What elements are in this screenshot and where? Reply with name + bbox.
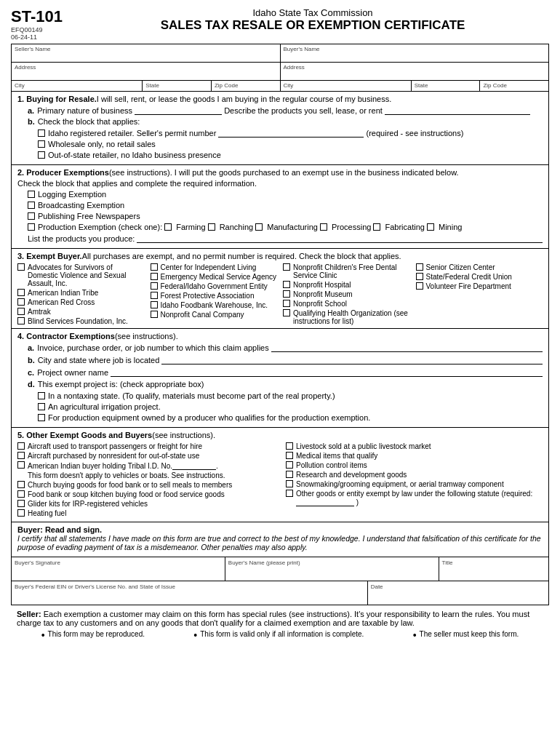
s4c-input[interactable] bbox=[111, 367, 543, 377]
s2-opt1-checkbox[interactable] bbox=[28, 191, 35, 198]
s5-r6-cb[interactable] bbox=[286, 490, 293, 497]
s3-c1-i3-cb[interactable] bbox=[17, 298, 25, 306]
sig-row1: Buyer's Signature Buyer's Name (please p… bbox=[12, 557, 548, 581]
s2-opt4-checkbox[interactable] bbox=[28, 223, 35, 231]
s5-r1-cb[interactable] bbox=[286, 442, 293, 450]
s5-r4: Research and development goods bbox=[286, 471, 543, 479]
s4d-opt3-cb[interactable] bbox=[38, 414, 45, 421]
s4d-opt1-cb[interactable] bbox=[38, 392, 45, 399]
s5-l6-cb[interactable] bbox=[17, 490, 25, 498]
s4a-input[interactable] bbox=[271, 343, 543, 352]
s3-c3-i2-cb[interactable] bbox=[283, 281, 290, 288]
s3-c4-i1-cb[interactable] bbox=[416, 263, 423, 271]
s1b-opt1-text: Idaho registered retailer. Seller's perm… bbox=[48, 129, 216, 138]
s5-r4-cb[interactable] bbox=[286, 471, 293, 478]
s1b-permit-input[interactable] bbox=[218, 128, 364, 138]
s4-title: Contractor Exemptions bbox=[26, 332, 115, 340]
s4d-opt1: In a nontaxing state. (To qualify, mater… bbox=[38, 391, 543, 400]
title-label: Title bbox=[442, 559, 545, 566]
s3-c4-i2-cb[interactable] bbox=[416, 273, 423, 280]
s2-opt2-checkbox[interactable] bbox=[28, 202, 35, 209]
prod-ranching-label: Ranching bbox=[220, 223, 253, 231]
s5-l2-cb[interactable] bbox=[17, 452, 25, 459]
s3-c2-i4-cb[interactable] bbox=[151, 292, 158, 299]
s3-col1: Advocates for Survivors of Domestic Viol… bbox=[17, 263, 145, 325]
id-label: Buyer's Federal EIN or Driver's License … bbox=[15, 583, 364, 590]
s3-c3-i1-cb[interactable] bbox=[283, 263, 290, 271]
s2-list-input[interactable] bbox=[137, 234, 543, 243]
s2-opt2-text: Broadcasting Exemption bbox=[38, 201, 124, 210]
prod-ranching-checkbox[interactable] bbox=[208, 223, 215, 231]
s4d-label: d. bbox=[28, 380, 35, 389]
s3-c2-i3: Federal/Idaho Government Entity bbox=[151, 282, 278, 290]
buyer-note: I certify that all statements I have mad… bbox=[17, 534, 543, 551]
s3-c1-i1-cb[interactable] bbox=[17, 263, 25, 271]
seller-city-cell: City bbox=[12, 81, 143, 91]
seller-zip-label: Zip Code bbox=[215, 82, 277, 89]
s3-c2-i2: Emergency Medical Service Agency bbox=[151, 273, 278, 281]
seller-address-cell: Address bbox=[12, 63, 281, 80]
s1b-opt2-checkbox[interactable] bbox=[38, 140, 45, 148]
prod-ranching: Ranching bbox=[208, 223, 253, 231]
s4-number: 4. bbox=[17, 332, 24, 340]
prod-manufacturing-checkbox[interactable] bbox=[255, 223, 263, 231]
s2-opt3-checkbox[interactable] bbox=[28, 212, 35, 220]
s5-l3-cb[interactable] bbox=[17, 461, 25, 469]
s5-l7-cb[interactable] bbox=[17, 500, 25, 507]
s5-grid: Aircraft used to transport passengers or… bbox=[17, 442, 543, 519]
s2-opt1: Logging Exemption bbox=[28, 190, 543, 199]
s3-c1-i1: Advocates for Survivors of Domestic Viol… bbox=[17, 263, 145, 287]
s3-c1-i4-cb[interactable] bbox=[17, 308, 25, 315]
s5-l8: Heating fuel bbox=[17, 509, 274, 517]
s5-r3-cb[interactable] bbox=[286, 461, 293, 469]
s1a-input[interactable] bbox=[135, 105, 222, 115]
s4d-opt2-cb[interactable] bbox=[38, 403, 45, 410]
s3-c2-i3-cb[interactable] bbox=[151, 282, 158, 290]
buyer-address-label: Address bbox=[284, 64, 546, 71]
form-id-block: ST-101 EFQ00149 06-24-11 bbox=[11, 7, 76, 41]
s3-c2-i1-cb[interactable] bbox=[151, 263, 158, 271]
s4a-line: a. Invoice, purchase order, or job numbe… bbox=[28, 343, 543, 352]
s1-desc: I will sell, rent, or lease the goods I … bbox=[97, 95, 391, 103]
section3: 3. Exempt Buyer. All purchases are exemp… bbox=[12, 249, 548, 329]
s5-r5-cb[interactable] bbox=[286, 480, 293, 487]
s3-c2-i6-cb[interactable] bbox=[151, 311, 158, 318]
sig-label: Buyer's Signature bbox=[15, 559, 222, 566]
s1b-opt3-checkbox[interactable] bbox=[38, 151, 45, 159]
s5-l6: Food bank or soup kitchen buying food or… bbox=[17, 490, 274, 498]
prod-mining-checkbox[interactable] bbox=[427, 223, 434, 231]
s3-c2-i5-cb[interactable] bbox=[151, 301, 158, 308]
section1-header: 1. Buying for Resale. I will sell, rent,… bbox=[17, 95, 543, 103]
s3-c3-i3: Nonprofit Museum bbox=[283, 290, 410, 298]
section5-header: 5. Other Exempt Goods and Buyers (see in… bbox=[17, 431, 543, 439]
bullet3-dot: • bbox=[413, 630, 417, 640]
s3-c3-i3-cb[interactable] bbox=[283, 290, 290, 298]
s3-c1-i3: American Red Cross bbox=[17, 298, 145, 306]
prod-fabricating-checkbox[interactable] bbox=[373, 223, 380, 231]
s1a-desc-input[interactable] bbox=[385, 105, 530, 115]
s3-c2-i2-cb[interactable] bbox=[151, 273, 158, 280]
s3-c4-i3-cb[interactable] bbox=[416, 282, 423, 290]
s5-l5-cb[interactable] bbox=[17, 481, 25, 488]
s5-right: Livestock sold at a public livestock mar… bbox=[286, 442, 543, 519]
s1b-opt2-line: Wholesale only, no retail sales bbox=[38, 140, 543, 148]
prod-processing-checkbox[interactable] bbox=[320, 223, 327, 231]
agency-name: Idaho State Tax Commission bbox=[76, 7, 549, 18]
prod-farming-checkbox[interactable] bbox=[164, 223, 172, 231]
s3-c3-i4: Nonprofit School bbox=[283, 300, 410, 308]
s3-c3-i4-cb[interactable] bbox=[283, 300, 290, 307]
s5-l1-cb[interactable] bbox=[17, 442, 25, 450]
buyer-address-cell: Address bbox=[281, 63, 549, 80]
s2-opt2: Broadcasting Exemption bbox=[28, 201, 543, 210]
bullet3-text: The seller must keep this form. bbox=[420, 630, 519, 638]
s1b-opt1-checkbox[interactable] bbox=[38, 130, 45, 137]
s3-c3-i5-cb[interactable] bbox=[283, 309, 290, 316]
s4b-input[interactable] bbox=[161, 355, 543, 364]
buyers-name-label: Buyer's Name bbox=[284, 46, 546, 52]
s5-r2-cb[interactable] bbox=[286, 452, 293, 459]
s3-c1-i5-cb[interactable] bbox=[17, 317, 25, 324]
form-container: Seller's Name Buyer's Name Address Addre… bbox=[11, 44, 549, 605]
s5-l8-cb[interactable] bbox=[17, 509, 25, 517]
s3-c1-i2-cb[interactable] bbox=[17, 289, 25, 296]
seller-footer: Seller: Each exemption a customer may cl… bbox=[11, 605, 549, 645]
